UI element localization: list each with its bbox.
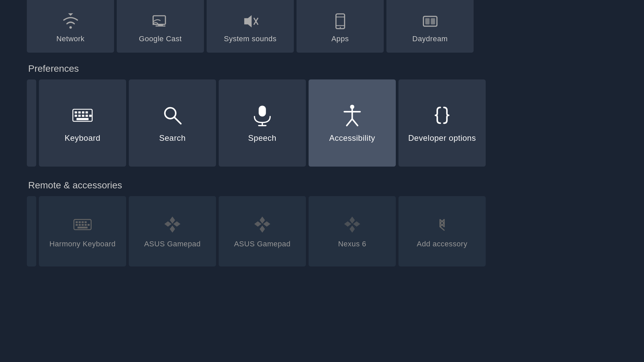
tile-developer-options[interactable]: Developer options [398, 79, 486, 167]
svg-rect-39 [78, 221, 80, 223]
svg-marker-53 [263, 221, 270, 227]
svg-line-28 [174, 117, 181, 124]
tile-daydream-label: Daydream [412, 35, 447, 43]
tile-asus-gamepad-2-label: ASUS Gamepad [234, 240, 291, 248]
svg-rect-3 [158, 24, 163, 26]
preferences-row: Keyboard Search Speech [27, 79, 617, 167]
svg-marker-57 [353, 221, 360, 227]
svg-rect-45 [85, 224, 87, 226]
tile-apps-label: Apps [331, 35, 349, 43]
tile-system-sounds-label: System sounds [224, 35, 277, 43]
svg-rect-42 [76, 224, 78, 226]
tile-keyboard-label: Keyboard [65, 133, 101, 143]
svg-point-0 [69, 26, 71, 28]
svg-rect-46 [88, 224, 90, 226]
tile-accessibility-label: Accessibility [329, 133, 375, 143]
tile-network-label: Network [56, 35, 85, 43]
tile-harmony-keyboard-label: Harmony Keyboard [49, 240, 116, 248]
svg-rect-4 [155, 25, 165, 26]
tile-add-accessory[interactable]: Add accessory [398, 196, 486, 266]
svg-point-12 [339, 27, 341, 28]
svg-marker-58 [350, 226, 355, 233]
svg-rect-26 [76, 118, 89, 120]
svg-rect-20 [86, 111, 88, 113]
svg-rect-19 [82, 111, 84, 113]
tile-asus-gamepad-2[interactable]: ASUS Gamepad [219, 196, 306, 266]
svg-marker-59 [344, 221, 351, 227]
accessories-row: Harmony Keyboard ASUS Gamepad ASUS Gamep… [27, 196, 617, 266]
svg-point-5 [152, 24, 154, 25]
tile-nexus-6[interactable]: Nexus 6 [309, 196, 396, 266]
tile-accessibility[interactable]: Accessibility [309, 79, 396, 167]
svg-marker-1 [68, 13, 73, 16]
svg-rect-43 [78, 224, 80, 226]
svg-rect-25 [89, 115, 92, 117]
tile-google-cast-label: Google Cast [139, 35, 182, 43]
svg-rect-41 [85, 221, 87, 223]
tile-daydream[interactable]: Daydream [386, 0, 474, 53]
svg-line-35 [347, 119, 352, 126]
svg-marker-6 [244, 15, 252, 27]
svg-rect-18 [78, 111, 80, 113]
svg-rect-29 [259, 106, 266, 116]
svg-rect-15 [431, 18, 435, 24]
svg-rect-17 [75, 111, 77, 113]
tile-asus-gamepad-1-label: ASUS Gamepad [144, 240, 201, 248]
svg-rect-47 [77, 227, 88, 228]
tile-asus-gamepad-1[interactable]: ASUS Gamepad [129, 196, 216, 266]
svg-marker-48 [170, 217, 175, 224]
partial-left-acc-tile [27, 196, 36, 266]
tile-harmony-keyboard[interactable]: Harmony Keyboard [39, 196, 126, 266]
remote-accessories-heading: Remote & accessories [28, 180, 617, 191]
svg-marker-50 [170, 226, 175, 233]
svg-rect-21 [75, 115, 77, 117]
tile-developer-options-label: Developer options [408, 133, 476, 143]
tile-search[interactable]: Search [129, 79, 216, 167]
tile-system-sounds[interactable]: System sounds [207, 0, 294, 53]
tile-speech-label: Speech [248, 133, 276, 143]
tile-network[interactable]: Network [27, 0, 114, 53]
partial-left-tile [27, 79, 36, 167]
svg-marker-49 [173, 221, 180, 227]
svg-rect-24 [86, 115, 88, 117]
svg-line-36 [352, 119, 358, 126]
svg-marker-55 [254, 221, 261, 227]
preferences-heading: Preferences [28, 63, 617, 74]
tile-apps[interactable]: Apps [297, 0, 384, 53]
svg-rect-9 [336, 14, 344, 29]
svg-rect-22 [78, 115, 80, 117]
svg-rect-14 [425, 18, 429, 24]
tile-speech[interactable]: Speech [219, 79, 306, 167]
tile-google-cast[interactable]: Google Cast [117, 0, 204, 53]
svg-marker-54 [260, 226, 265, 233]
tile-add-accessory-label: Add accessory [417, 240, 468, 248]
svg-marker-52 [260, 217, 265, 224]
settings-screen: Network Google Cast System so [0, 0, 644, 359]
svg-rect-38 [76, 221, 78, 223]
tile-search-label: Search [159, 133, 185, 143]
tile-keyboard[interactable]: Keyboard [39, 79, 126, 167]
svg-marker-51 [164, 221, 171, 227]
svg-rect-44 [82, 224, 84, 226]
svg-rect-40 [82, 221, 84, 223]
svg-line-60 [440, 227, 444, 230]
svg-marker-56 [350, 217, 355, 224]
tile-nexus-6-label: Nexus 6 [338, 240, 366, 248]
svg-rect-23 [82, 115, 84, 117]
top-tiles-row: Network Google Cast System so [27, 0, 617, 53]
